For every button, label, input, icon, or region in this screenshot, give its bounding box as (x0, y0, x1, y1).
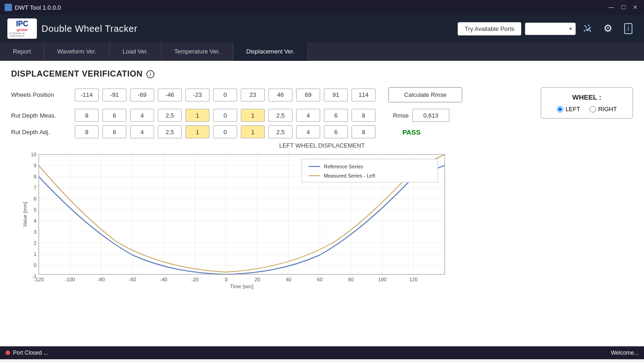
nav-tabs: Report Waveform Ver. Load Ver. Temperatu… (0, 42, 644, 61)
meas-10[interactable] (352, 109, 376, 122)
adj-1[interactable] (102, 125, 126, 138)
meas-8[interactable] (296, 109, 320, 122)
svg-text:1: 1 (34, 251, 36, 257)
svg-text:-60: -60 (129, 277, 136, 282)
tab-report[interactable]: Report (0, 42, 44, 60)
svg-text:2: 2 (34, 240, 36, 246)
try-ports-button[interactable]: Try Available Ports (458, 22, 521, 36)
info-icon: i (624, 23, 632, 34)
adj-10[interactable] (352, 125, 376, 138)
title-bar-controls: — ☐ ✕ (607, 3, 639, 12)
rmse-value: 0,613 (412, 109, 449, 122)
meas-5[interactable] (213, 109, 237, 122)
svg-text:40: 40 (286, 277, 291, 282)
rut-depth-meas-row: Rut Depth Meas. Rmse 0,613 (11, 109, 533, 122)
status-left: Port Closed ... (6, 350, 48, 356)
pass-status-area: PASS (393, 128, 430, 136)
wheel-left-label: LEFT (566, 106, 580, 113)
pos-input-9[interactable] (324, 89, 348, 101)
svg-text:-80: -80 (97, 277, 105, 282)
pos-input-5[interactable] (213, 89, 237, 101)
meas-6[interactable] (241, 109, 265, 122)
svg-text:10: 10 (31, 152, 36, 157)
connect-icon (582, 23, 593, 34)
adj-8[interactable] (296, 125, 320, 138)
title-bar: DWT Tool 1.0.0.0 — ☐ ✕ (0, 0, 644, 15)
pos-input-3[interactable] (158, 89, 182, 101)
svg-text:9: 9 (34, 163, 36, 168)
minimize-button[interactable]: — (607, 3, 615, 12)
adj-7[interactable] (268, 125, 292, 138)
wheel-right-label: RIGHT (598, 106, 617, 113)
tab-displacement[interactable]: Displacement Ver. (233, 42, 308, 61)
page-info-button[interactable]: i (146, 70, 155, 78)
logo-global: global (17, 28, 28, 32)
meas-4[interactable] (185, 109, 209, 122)
rmse-label: Rmse (393, 112, 409, 119)
wheel-right-radio[interactable] (590, 106, 596, 113)
adj-2[interactable] (130, 125, 154, 138)
settings-button[interactable]: ⚙ (600, 20, 616, 37)
tab-temperature[interactable]: Temperature Ver. (161, 42, 233, 60)
logo-ipc: IPC (16, 20, 29, 28)
tab-load[interactable]: Load Ver. (110, 42, 161, 60)
adj-6[interactable] (241, 125, 265, 138)
adj-3[interactable] (158, 125, 182, 138)
gear-icon: ⚙ (603, 23, 613, 35)
wheel-left-option[interactable]: LEFT (557, 106, 580, 113)
meas-7[interactable] (268, 109, 292, 122)
app-title: Double Wheel Tracker (42, 24, 137, 34)
svg-text:-20: -20 (191, 277, 199, 282)
wheels-position-label: Wheels Position (11, 91, 71, 98)
adj-9[interactable] (324, 125, 348, 138)
meas-2[interactable] (130, 109, 154, 122)
tab-waveform[interactable]: Waveform Ver. (44, 42, 110, 60)
pos-input-10[interactable] (352, 89, 376, 101)
meas-3[interactable] (158, 109, 182, 122)
svg-text:-40: -40 (160, 277, 167, 282)
svg-text:4: 4 (34, 218, 36, 224)
adj-0[interactable] (75, 125, 99, 138)
pos-input-4[interactable] (185, 89, 209, 101)
adj-4[interactable] (185, 125, 209, 138)
svg-text:0: 0 (34, 262, 36, 268)
chart-container: LEFT WHEEL DISPLACEMENT (11, 142, 633, 293)
svg-text:8: 8 (34, 174, 36, 179)
meas-0[interactable] (75, 109, 99, 122)
title-bar-title: DWT Tool 1.0.0.0 (15, 4, 607, 11)
welcome-text: Welcome... (611, 350, 638, 356)
svg-text:-120: -120 (34, 277, 44, 282)
close-button[interactable]: ✕ (631, 3, 639, 12)
pos-input-2[interactable] (130, 89, 154, 101)
maximize-button[interactable]: ☐ (619, 3, 627, 12)
logo: IPC global A Division of CONTROLS (7, 18, 37, 39)
port-select-wrapper: ▼ (525, 23, 576, 35)
calculate-rmse-button[interactable]: Calculate Rmse (388, 87, 462, 102)
svg-text:Measured Series - Left: Measured Series - Left (324, 173, 375, 178)
adj-5[interactable] (213, 125, 237, 138)
info-header-button[interactable]: i (620, 20, 637, 37)
svg-text:6: 6 (34, 196, 36, 202)
header-right: Try Available Ports ▼ ⚙ i (458, 20, 637, 37)
main-content: DISPLACEMENT VERIFICATION i Wheels Posit… (0, 61, 644, 346)
svg-line-0 (584, 25, 587, 28)
pos-input-0[interactable] (75, 89, 99, 101)
wheel-right-option[interactable]: RIGHT (590, 106, 617, 113)
app-icon (5, 4, 12, 11)
svg-text:7: 7 (34, 185, 36, 190)
svg-text:Time [sec]: Time [sec] (230, 284, 253, 289)
pos-input-7[interactable] (268, 89, 292, 101)
port-select[interactable] (525, 23, 576, 35)
pos-input-8[interactable] (296, 89, 320, 101)
svg-text:Reference Series: Reference Series (324, 164, 363, 169)
pos-input-1[interactable] (102, 89, 126, 101)
meas-1[interactable] (102, 109, 126, 122)
connect-button[interactable] (579, 20, 596, 37)
meas-9[interactable] (324, 109, 348, 122)
rut-depth-adj-row: Rut Depth Adj. PASS (11, 125, 533, 138)
pos-input-6[interactable] (241, 89, 265, 101)
wheel-left-radio[interactable] (557, 106, 563, 113)
upper-section: Wheels Position Calculate Rmse Rut Depth… (11, 87, 633, 138)
svg-text:5: 5 (34, 207, 36, 213)
pass-status: PASS (393, 128, 430, 136)
